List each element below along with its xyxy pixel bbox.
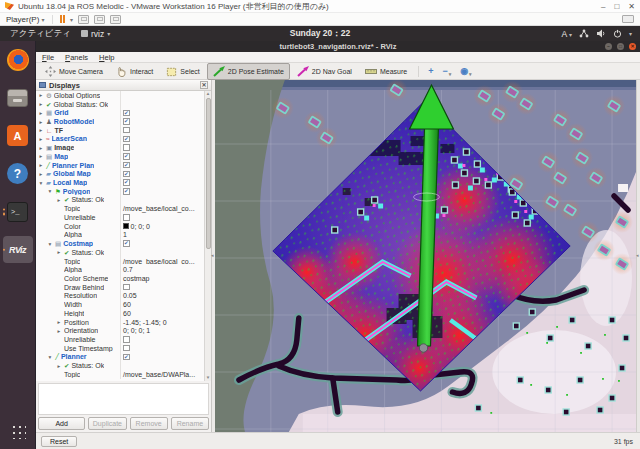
expander-icon[interactable]: ▸ [56, 319, 62, 325]
expander-icon[interactable]: ▸ [56, 363, 62, 369]
expander-icon[interactable]: ▾ [47, 241, 53, 247]
tool-move-camera[interactable]: Move Camera [39, 63, 109, 80]
minimize-icon[interactable]: – [601, 2, 605, 11]
tool-select[interactable]: Select [160, 63, 205, 80]
expander-icon[interactable]: ▾ [47, 188, 53, 194]
expander-icon[interactable]: ▸ [38, 92, 44, 98]
dock-files[interactable] [3, 84, 33, 111]
menu-panels[interactable]: Panels [65, 53, 88, 62]
tree-row-planner[interactable]: ▾╱Planner✔ [36, 353, 204, 362]
tree-row-local-map[interactable]: ▾▰Local Map✔ [36, 178, 204, 187]
expander-icon[interactable]: ▸ [56, 249, 62, 255]
checkbox[interactable]: ✔ [123, 153, 130, 160]
tool-interact[interactable]: Interact [110, 63, 159, 80]
scroll-thumb[interactable] [206, 98, 211, 249]
expander-icon[interactable]: ▸ [56, 197, 62, 203]
checkbox[interactable]: ✔ [123, 118, 130, 125]
tree-row-topic[interactable]: Topic/move_base/local_co... [36, 204, 204, 213]
tree-row-position[interactable]: ▸Position-1.45; -1.45; 0 [36, 318, 204, 327]
unity-mode-icon[interactable] [110, 15, 121, 24]
tree-row-global-status-ok[interactable]: ▸✔Global Status: Ok [36, 100, 204, 109]
maximize-icon[interactable]: □ [614, 2, 619, 11]
expander-icon[interactable]: ▸ [38, 162, 44, 168]
viewport-3d[interactable] [215, 80, 636, 432]
tool-remove-tool[interactable]: −▾ [438, 66, 455, 77]
close-icon[interactable]: ✕ [200, 81, 208, 89]
dock-rviz[interactable]: RViz [3, 236, 33, 263]
row-value[interactable]: 1 [123, 231, 127, 238]
tree-row-unreliable[interactable]: Unreliable [36, 335, 204, 344]
tool-nav-goal[interactable]: 2D Nav Goal [291, 63, 358, 80]
expander-icon[interactable]: ▸ [56, 328, 62, 334]
menu-file[interactable]: File [42, 53, 54, 62]
tree-row-global-map[interactable]: ▸▰Global Map✔ [36, 169, 204, 178]
row-value[interactable]: 60 [123, 310, 131, 317]
tree-row-tf[interactable]: ▸∟TF [36, 126, 204, 135]
activities-button[interactable]: アクティビティ [0, 28, 81, 40]
tree-row-alpha[interactable]: Alpha1 [36, 231, 204, 240]
tool-focus-camera[interactable]: ◉▾ [456, 66, 475, 77]
tree-row-height[interactable]: Height60 [36, 309, 204, 318]
row-value[interactable]: 60 [123, 301, 131, 308]
checkbox[interactable] [123, 214, 130, 221]
expander-icon[interactable]: ▸ [38, 171, 44, 177]
tree-row-planner-plan[interactable]: ▸╱Planner Plan✔ [36, 161, 204, 170]
expander-icon[interactable]: ▸ [38, 119, 44, 125]
close-icon[interactable]: ✕ [629, 43, 636, 50]
player-menu[interactable]: Player(P) ▾ [6, 15, 45, 24]
dock-software[interactable]: A [3, 122, 33, 149]
minimize-icon[interactable]: – [605, 43, 612, 50]
fullscreen-icon[interactable] [94, 15, 105, 24]
row-value[interactable]: 0; 0; 0; 1 [123, 327, 150, 334]
tree-row-grid[interactable]: ▸▦Grid✔ [36, 108, 204, 117]
checkbox[interactable]: ✔ [123, 240, 130, 247]
tree-row-image[interactable]: ▸▣Image [36, 143, 204, 152]
tree-row-map[interactable]: ▸▤Map✔ [36, 152, 204, 161]
tree-row-status-ok[interactable]: ▸✔Status: Ok [36, 196, 204, 205]
row-value[interactable]: /move_base/local_co... [123, 205, 195, 212]
tree-row-costmap[interactable]: ▾▤Costmap✔ [36, 239, 204, 248]
app-menu[interactable]: rviz ▾ [81, 29, 110, 39]
menu-help[interactable]: Help [99, 53, 114, 62]
tree-row-status-ok[interactable]: ▸✔Status: Ok [36, 361, 204, 370]
scroll-down-icon[interactable]: ▼ [206, 375, 210, 381]
tool-measure[interactable]: Measure [359, 63, 413, 79]
checkbox[interactable] [123, 127, 130, 134]
dock-help[interactable]: ? [3, 160, 33, 187]
system-tray[interactable]: A ▾ ▾ [561, 29, 640, 39]
scroll-up-icon[interactable]: ▲ [206, 91, 210, 97]
row-value[interactable]: -1.45; -1.45; 0 [123, 319, 167, 326]
right-panel-splitter[interactable]: ◂ [636, 80, 640, 432]
suspend-button[interactable] [60, 15, 66, 23]
expander-icon[interactable]: ▸ [38, 127, 44, 133]
dock-show-applications[interactable] [3, 417, 33, 444]
tree-row-draw-behind[interactable]: Draw Behind [36, 283, 204, 292]
checkbox[interactable]: ✔ [123, 171, 130, 178]
tree-row-status-ok[interactable]: ▸✔Status: Ok [36, 248, 204, 257]
color-swatch[interactable] [123, 223, 129, 229]
expander-icon[interactable]: ▸ [38, 110, 44, 116]
tree-row-polygon[interactable]: ▾⚑Polygon✔ [36, 187, 204, 196]
expander-icon[interactable]: ▾ [47, 354, 53, 360]
maximize-icon[interactable]: □ [617, 43, 624, 50]
checkbox[interactable] [123, 284, 130, 291]
row-value[interactable]: 0.7 [123, 266, 133, 273]
row-value[interactable]: costmap [123, 275, 149, 282]
input-method-indicator[interactable]: A ▾ [561, 29, 572, 39]
tree-row-global-options[interactable]: ▸⚙Global Options [36, 91, 204, 100]
row-value[interactable]: /move_base/DWAPla... [123, 371, 195, 378]
checkbox[interactable]: ✔ [123, 136, 130, 143]
expander-icon[interactable]: ▸ [38, 153, 44, 159]
tool-pose-estimate[interactable]: 2D Pose Estimate [207, 63, 290, 80]
checkbox[interactable] [123, 336, 130, 343]
checkbox[interactable] [123, 144, 130, 151]
tree-row-laserscan[interactable]: ▸≈LaserScan✔ [36, 135, 204, 144]
row-value[interactable]: 0; 0; 0 [131, 223, 150, 230]
tree-row-topic[interactable]: Topic/move_base/DWAPla... [36, 370, 204, 379]
row-value[interactable]: /move_base/local_co... [123, 258, 195, 265]
dock-firefox[interactable] [3, 46, 33, 73]
checkbox[interactable]: ✔ [123, 188, 130, 195]
checkbox[interactable]: ✔ [123, 110, 130, 117]
rviz-titlebar[interactable]: turtlebot3_navigation.rviz* - RViz –□✕ [36, 41, 640, 52]
devices-icon[interactable] [78, 15, 89, 24]
